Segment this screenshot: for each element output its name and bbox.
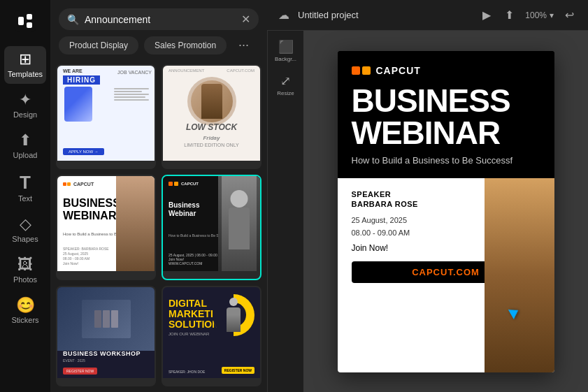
capcut-squares	[352, 66, 371, 75]
shapes-icon: ◇	[20, 217, 31, 232]
design-icon: ✦	[19, 92, 31, 108]
sidebar-item-photos-label: Photos	[13, 275, 37, 284]
svg-rect-1	[18, 17, 24, 25]
sidebar-item-templates[interactable]: ⊞ Templates	[4, 46, 46, 84]
app-logo	[14, 10, 36, 35]
sidebar-item-upload-label: Upload	[13, 151, 38, 159]
resize-button[interactable]: ⤢ Resize	[274, 71, 296, 99]
preview-bottom: SPEAKER BARBARA ROSE 25 August, 2025 08.…	[338, 178, 554, 372]
background-icon: ⬛	[278, 39, 294, 55]
filter-sales-promotion[interactable]: Sales Promotion	[144, 36, 227, 55]
capcut-sq-amber	[362, 66, 371, 75]
template-card-hiring[interactable]: WE ARE HIRING JOB VACANCY APPLY NOW →	[56, 64, 156, 169]
sidebar-item-templates-label: Templates	[8, 70, 43, 78]
sidebar-item-shapes[interactable]: ◇ Shapes	[4, 211, 46, 249]
template-card-webinar-dark[interactable]: CAPCUT BusinessWebinar How to Build a Bu…	[162, 175, 261, 280]
zoom-control: 100% ▾	[525, 10, 554, 20]
preview-right-photo	[485, 178, 554, 372]
template-card-webinar-white[interactable]: CAPCUT BUSINESSWEBINAR How to Build a Bu…	[56, 175, 156, 280]
filter-product-display[interactable]: Product Display	[59, 36, 138, 55]
svg-rect-3	[27, 22, 32, 28]
preview-main-title: BUSINESS WEBINAR	[352, 85, 540, 149]
sidebar-item-design[interactable]: ✦ Design	[4, 87, 46, 124]
templates-panel: 🔍 ✕ Product Display Sales Promotion ··· …	[50, 0, 267, 392]
undo-button[interactable]: ↩	[562, 6, 577, 24]
preview-subtitle: How to Build a Business to Be Successf	[352, 154, 540, 167]
search-input[interactable]	[85, 14, 236, 25]
sidebar-item-shapes-label: Shapes	[12, 235, 38, 243]
search-icon: 🔍	[67, 14, 79, 25]
filter-tags-row: Product Display Sales Promotion ···	[50, 36, 267, 61]
left-sidebar: ⊞ Templates ✦ Design ⬆ Upload T Text ◇ S…	[0, 0, 50, 392]
text-icon: T	[20, 173, 31, 191]
capcut-label: CAPCUT	[376, 65, 421, 76]
zoom-level: 100%	[525, 10, 547, 20]
svg-rect-2	[27, 14, 32, 20]
svg-rect-0	[14, 10, 36, 32]
photos-icon: 🖼	[17, 257, 33, 273]
project-title: Untitled project	[298, 10, 471, 20]
sidebar-item-stickers-label: Stickers	[11, 316, 38, 324]
capcut-sq-orange	[352, 66, 360, 75]
cloud-icon: ☁	[278, 8, 289, 22]
templates-icon: ⊞	[19, 52, 31, 67]
sidebar-item-upload[interactable]: ⬆ Upload	[4, 127, 46, 165]
stickers-icon: 😊	[16, 298, 35, 313]
share-button[interactable]: ⬆	[502, 6, 517, 24]
canvas-viewport[interactable]: CAPCUT BUSINESS WEBINAR How to Build a B…	[303, 31, 588, 392]
clear-search-button[interactable]: ✕	[241, 13, 250, 26]
templates-grid: WE ARE HIRING JOB VACANCY APPLY NOW → AN…	[50, 61, 267, 392]
template-card-digital[interactable]: DIGITALMARKETINGSOLUTION JOIN OUR WEBINA…	[162, 286, 261, 386]
right-sidebar: ⬛ Backgr... ⤢ Resize	[267, 31, 303, 392]
canvas-area: ☁ Untitled project ▶ ⬆ 100% ▾ ↩ ⬛ Backgr…	[267, 0, 588, 392]
sidebar-item-design-label: Design	[13, 110, 37, 119]
canvas-content: ⬛ Backgr... ⤢ Resize CAPCUT	[267, 31, 588, 392]
zoom-chevron-icon[interactable]: ▾	[550, 10, 554, 20]
preview-top: CAPCUT BUSINESS WEBINAR How to Build a B…	[338, 51, 554, 178]
preview-card: CAPCUT BUSINESS WEBINAR How to Build a B…	[338, 51, 554, 372]
resize-icon: ⤢	[280, 73, 291, 89]
preview-capcut-logo: CAPCUT	[352, 65, 540, 76]
background-button[interactable]: ⬛ Backgr...	[272, 36, 299, 65]
sidebar-item-text-label: Text	[18, 194, 32, 203]
play-button[interactable]: ▶	[480, 6, 494, 24]
sidebar-item-text[interactable]: T Text	[4, 168, 46, 208]
search-bar[interactable]: 🔍 ✕	[59, 8, 259, 30]
upload-icon: ⬆	[19, 133, 31, 148]
canvas-toolbar: ☁ Untitled project ▶ ⬆ 100% ▾ ↩	[267, 0, 588, 31]
sidebar-item-photos[interactable]: 🖼 Photos	[4, 252, 46, 289]
filter-more-button[interactable]: ···	[232, 36, 255, 55]
template-card-lowstock[interactable]: ANNOUNCEMENT CAPCUT.COM LOW STOCK Friday…	[162, 64, 261, 169]
template-card-workshop[interactable]: BUSINESS WORKSHOP EVENT · 2025 REGISTER …	[56, 286, 156, 386]
sidebar-item-stickers[interactable]: 😊 Stickers	[4, 292, 46, 330]
